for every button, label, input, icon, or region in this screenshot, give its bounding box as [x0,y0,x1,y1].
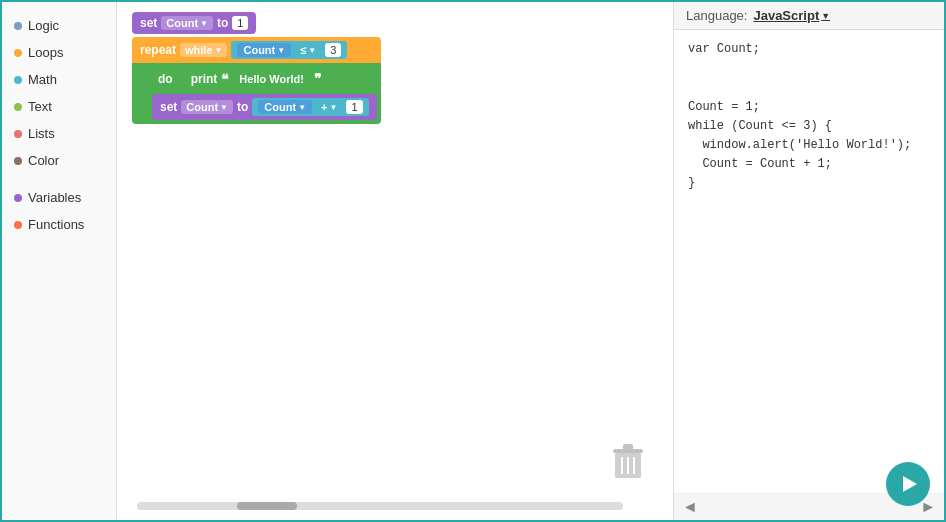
limit-value: 3 [325,43,341,57]
run-button-icon [903,476,917,492]
print-label: print [191,72,218,86]
while-dropdown[interactable]: while [180,43,227,57]
canvas-scrollbar[interactable] [137,502,623,510]
functions-dot [14,221,22,229]
variables-dot [14,194,22,202]
sidebar-label-variables: Variables [28,190,81,205]
code-scroll-right[interactable]: ► [920,498,936,516]
canvas-scrollbar-thumb[interactable] [237,502,297,510]
sidebar: Logic Loops Math Text Lists Color Variab… [2,2,117,520]
plus-op[interactable]: + [315,100,343,114]
count-dropdown-3[interactable]: Count [181,100,233,114]
to-label-1: to [217,16,228,30]
initial-value: 1 [232,16,248,30]
text-dot [14,103,22,111]
blocks-container: set Count to 1 repeat while Count ≤ 3 [132,12,381,124]
sidebar-item-text[interactable]: Text [2,93,116,120]
main-container: Logic Loops Math Text Lists Color Variab… [0,0,946,522]
repeat-label: repeat [140,43,176,57]
run-button[interactable] [886,462,930,506]
loop-wrapper: repeat while Count ≤ 3 do print [132,37,381,124]
lists-dot [14,130,22,138]
set-label: set [140,16,157,30]
logic-dot [14,22,22,30]
sidebar-label-lists: Lists [28,126,55,141]
set-label-2: set [160,100,177,114]
count-var-expr[interactable]: Count [258,100,312,114]
sidebar-label-text: Text [28,99,52,114]
sidebar-label-functions: Functions [28,217,84,232]
color-dot [14,157,22,165]
close-quote: ❞ [314,71,322,87]
code-body: var Count; Count = 1; while (Count <= 3)… [674,30,944,493]
sidebar-label-math: Math [28,72,57,87]
increment-value: 1 [346,100,362,114]
count-var-condition[interactable]: Count [237,43,291,57]
svg-rect-2 [623,444,633,450]
hello-world-string: Hello World! [233,72,310,86]
loops-dot [14,49,22,57]
count-dropdown-1[interactable]: Count [161,16,213,30]
language-label: Language: [686,8,747,23]
sidebar-label-loops: Loops [28,45,63,60]
trash-icon[interactable] [613,444,643,480]
open-quote: ❝ [221,71,229,87]
code-header: Language: JavaScript [674,2,944,30]
print-block[interactable]: print ❝ Hello World! ❞ [183,67,330,91]
sidebar-label-logic: Logic [28,18,59,33]
to-label-2: to [237,100,248,114]
sidebar-divider [2,174,116,184]
sidebar-item-math[interactable]: Math [2,66,116,93]
set-count-block[interactable]: set Count to 1 [132,12,256,34]
repeat-while-block[interactable]: repeat while Count ≤ 3 [132,37,381,63]
sidebar-item-color[interactable]: Color [2,147,116,174]
loop-content: do print ❝ Hello World! ❞ set Count [132,63,381,124]
do-row: do print ❝ Hello World! ❞ [152,67,377,91]
canvas-area[interactable]: set Count to 1 repeat while Count ≤ 3 [117,2,674,520]
lte-op[interactable]: ≤ [294,43,322,57]
do-label: do [152,70,179,88]
set-count-increment-row: set Count to Count + 1 [152,94,377,120]
sidebar-item-logic[interactable]: Logic [2,12,116,39]
set-count-increment-block[interactable]: set Count to Count + 1 [152,94,377,120]
sidebar-label-color: Color [28,153,59,168]
sidebar-item-variables[interactable]: Variables [2,184,116,211]
sidebar-item-lists[interactable]: Lists [2,120,116,147]
code-panel: Language: JavaScript var Count; Count = … [674,2,944,520]
math-dot [14,76,22,84]
code-scroll-left[interactable]: ◄ [682,498,698,516]
sidebar-item-loops[interactable]: Loops [2,39,116,66]
sidebar-item-functions[interactable]: Functions [2,211,116,238]
language-select[interactable]: JavaScript [753,8,830,23]
